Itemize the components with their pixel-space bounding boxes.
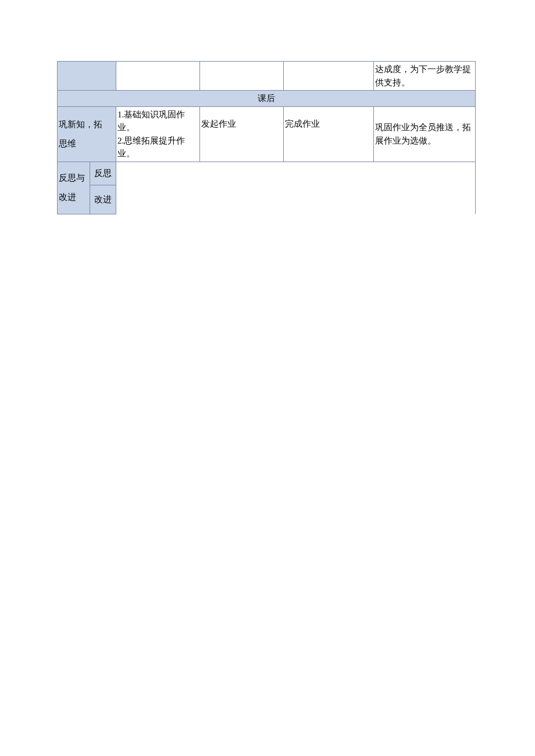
cell-row1-col1 (58, 62, 116, 91)
lesson-plan-table: 达成度，为下一步教学提供支持。 课后 巩新知，拓 思维 1.基础知识巩固作业。 … (57, 61, 476, 214)
table-row: 达成度，为下一步教学提供支持。 (58, 62, 476, 91)
cell-row3-col5: 巩固作业为全员推送，拓展作业为选做。 (373, 106, 475, 162)
section-header: 课后 (58, 91, 476, 107)
cell-row3-col3: 发起作业 (200, 106, 284, 162)
section-header-row: 课后 (58, 91, 476, 107)
table-row: 巩新知，拓 思维 1.基础知识巩固作业。 2.思维拓展提升作业。 发起作业 完成… (58, 106, 476, 162)
cell-row1-col3 (200, 62, 284, 91)
cell-row3-col2: 1.基础知识巩固作业。 2.思维拓展提升作业。 (116, 106, 199, 162)
reflection-sub2: 改进 (90, 185, 116, 214)
table-row: 反思与改进 反思 (58, 162, 476, 185)
reflection-sub1: 反思 (90, 162, 116, 185)
cell-row3-col4: 完成作业 (284, 106, 374, 162)
reflection-label: 反思与改进 (58, 162, 90, 214)
cell-row1-col2 (116, 62, 199, 91)
reflection-content (116, 162, 475, 214)
cell-row1-col4 (284, 62, 374, 91)
cell-row1-col5: 达成度，为下一步教学提供支持。 (373, 62, 475, 91)
cell-row3-col1: 巩新知，拓 思维 (58, 106, 116, 162)
